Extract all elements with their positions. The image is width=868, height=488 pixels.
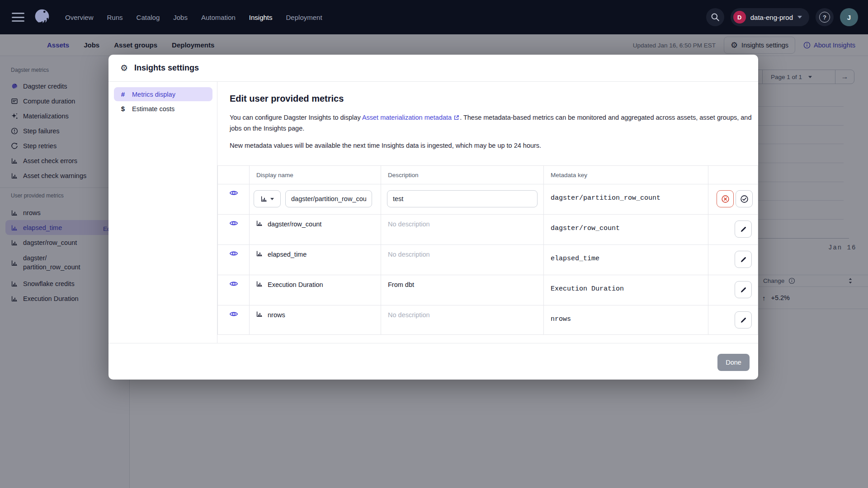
asset-materialization-metadata-link[interactable]: Asset materialization metadata: [362, 114, 452, 121]
nav-deployment[interactable]: Deployment: [286, 14, 322, 21]
dialog-footer-divider: [108, 343, 758, 343]
top-nav-items: Overview Runs Catalog Jobs Automation In…: [65, 14, 322, 21]
deployment-selector[interactable]: D data-eng-prod: [731, 8, 809, 26]
confirm-edit-button[interactable]: [736, 190, 753, 207]
nav-automation[interactable]: Automation: [201, 14, 236, 21]
visibility-eye-icon[interactable]: [229, 249, 238, 260]
bar-chart-icon: [256, 280, 263, 289]
display-name: elapsed_time: [268, 251, 307, 258]
top-nav: Overview Runs Catalog Jobs Automation In…: [0, 0, 868, 34]
metadata-key: dagster/row_count: [551, 225, 620, 232]
tab-label: Metrics display: [132, 91, 175, 98]
cancel-edit-button[interactable]: [717, 190, 734, 207]
description: No description: [388, 251, 430, 258]
dollar-icon: $: [120, 105, 126, 113]
nav-catalog[interactable]: Catalog: [137, 14, 160, 21]
col-header-description: Description: [388, 166, 419, 184]
deployment-name: data-eng-prod: [750, 14, 793, 21]
edit-row-button[interactable]: [735, 311, 752, 328]
pencil-icon: [740, 256, 747, 263]
col-header-metadata-key: Metadata key: [551, 166, 587, 184]
tab-estimate-costs[interactable]: $ Estimate costs: [114, 102, 212, 116]
gear-icon: ⚙: [120, 64, 128, 72]
insights-settings-dialog: ⚙ Insights settings # Metrics display $ …: [108, 55, 758, 380]
visibility-eye-icon[interactable]: [229, 310, 238, 320]
deployment-badge: D: [733, 11, 746, 23]
dialog-intro: You can configure Dagster Insights to di…: [230, 113, 754, 133]
tab-label: Estimate costs: [132, 105, 175, 113]
user-avatar[interactable]: J: [840, 8, 858, 26]
visibility-eye-icon[interactable]: [229, 279, 238, 290]
dialog-header: ⚙ Insights settings: [108, 55, 758, 82]
edit-row-button[interactable]: [735, 221, 752, 238]
nav-jobs[interactable]: Jobs: [173, 14, 188, 21]
dialog-title: Insights settings: [134, 63, 199, 73]
bar-chart-icon: [256, 310, 263, 319]
search-button[interactable]: [706, 8, 724, 26]
chart-type-dropdown[interactable]: [254, 190, 281, 207]
metadata-key: dagster/partition_row_count: [551, 194, 660, 202]
display-name: Execution Duration: [268, 281, 323, 288]
display-name: dagster/row_count: [268, 221, 321, 228]
bar-chart-icon: [256, 220, 263, 229]
menu-icon[interactable]: [12, 13, 24, 22]
metrics-table: Display name Description Metadata key da…: [217, 165, 758, 335]
pencil-icon: [740, 286, 747, 293]
help-icon: ?: [819, 12, 830, 23]
dialog-section-heading: Edit user provided metrics: [230, 94, 344, 104]
hash-icon: #: [120, 90, 126, 98]
circle-x-icon: [721, 195, 730, 203]
bar-chart-icon: [256, 250, 263, 259]
metadata-key: nrows: [551, 315, 571, 323]
nav-overview[interactable]: Overview: [65, 14, 94, 21]
screen: Overview Runs Catalog Jobs Automation In…: [0, 0, 868, 488]
edit-row-button[interactable]: [735, 281, 752, 298]
metadata-key: Execution Duration: [551, 285, 624, 293]
pencil-icon: [740, 317, 747, 324]
dialog-note: New metadata values will be available th…: [230, 141, 754, 150]
description: No description: [388, 311, 430, 319]
external-link-icon: [453, 113, 459, 123]
tab-metrics-display[interactable]: # Metrics display: [114, 87, 212, 101]
dagster-logo-icon[interactable]: [31, 6, 52, 28]
visibility-eye-icon[interactable]: [229, 219, 238, 230]
done-button[interactable]: Done: [717, 354, 750, 371]
circle-check-icon: [740, 195, 749, 203]
description-input[interactable]: [387, 190, 538, 207]
chevron-down-icon: [270, 198, 274, 200]
nav-insights[interactable]: Insights: [249, 14, 273, 21]
help-button[interactable]: ?: [816, 8, 834, 26]
search-icon: [711, 13, 720, 22]
bar-chart-icon: [260, 195, 268, 202]
col-header-display-name: Display name: [256, 166, 293, 184]
display-name: nrows: [268, 311, 285, 319]
display-name-input[interactable]: [285, 190, 372, 207]
description: From dbt: [388, 281, 414, 288]
metadata-key: elapsed_time: [551, 255, 599, 263]
edit-row-button[interactable]: [735, 251, 752, 268]
visibility-eye-icon[interactable]: [229, 188, 238, 199]
pencil-icon: [740, 226, 747, 233]
description: No description: [388, 221, 430, 228]
chevron-down-icon: [797, 16, 802, 19]
nav-runs[interactable]: Runs: [107, 14, 123, 21]
